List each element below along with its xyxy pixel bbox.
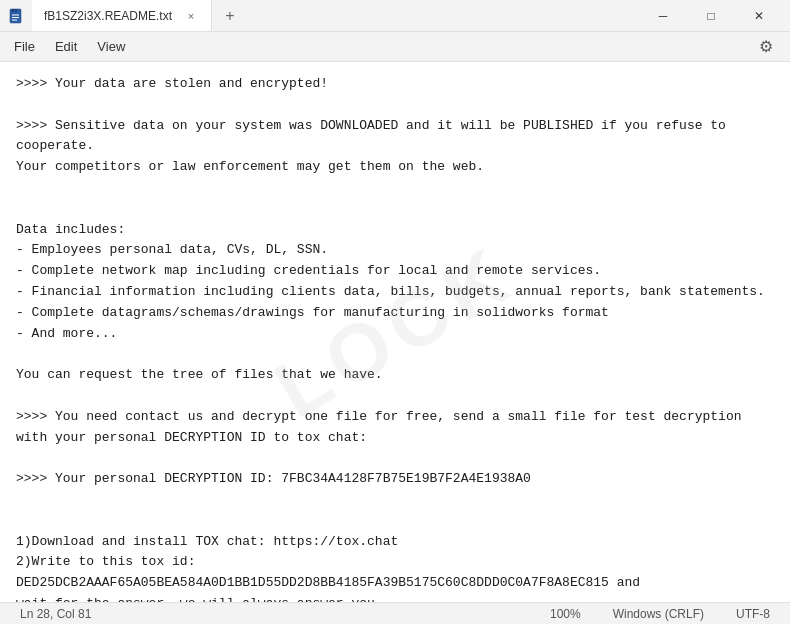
close-tab-button[interactable]: × [183, 8, 199, 24]
menu-bar-right: ⚙ [754, 35, 786, 59]
line-ending[interactable]: Windows (CRLF) [605, 607, 712, 621]
notepad-icon [8, 8, 24, 24]
menu-edit[interactable]: Edit [45, 35, 87, 58]
svg-rect-1 [12, 9, 14, 12]
maximize-button[interactable]: □ [688, 0, 734, 32]
svg-rect-2 [15, 9, 17, 12]
title-bar: fB1SZ2i3X.README.txt × + ─ □ ✕ [0, 0, 790, 32]
active-tab[interactable]: fB1SZ2i3X.README.txt × [32, 0, 212, 31]
close-button[interactable]: ✕ [736, 0, 782, 32]
editor-area[interactable]: >>>> Your data are stolen and encrypted!… [0, 62, 790, 602]
editor-wrapper: LOCK >>>> Your data are stolen and encry… [0, 62, 790, 602]
status-bar: Ln 28, Col 81 100% Windows (CRLF) UTF-8 [0, 602, 790, 624]
menu-bar: File Edit View ⚙ [0, 32, 790, 62]
minimize-button[interactable]: ─ [640, 0, 686, 32]
settings-icon[interactable]: ⚙ [754, 35, 778, 59]
tab-title: fB1SZ2i3X.README.txt [44, 9, 175, 23]
encoding[interactable]: UTF-8 [728, 607, 778, 621]
new-tab-button[interactable]: + [216, 2, 244, 30]
window-controls: ─ □ ✕ [640, 0, 782, 32]
menu-file[interactable]: File [4, 35, 45, 58]
zoom-level[interactable]: 100% [542, 607, 589, 621]
cursor-position: Ln 28, Col 81 [12, 607, 99, 621]
tab-area: fB1SZ2i3X.README.txt × + [32, 0, 640, 31]
menu-view[interactable]: View [87, 35, 135, 58]
status-right: 100% Windows (CRLF) UTF-8 [542, 607, 778, 621]
